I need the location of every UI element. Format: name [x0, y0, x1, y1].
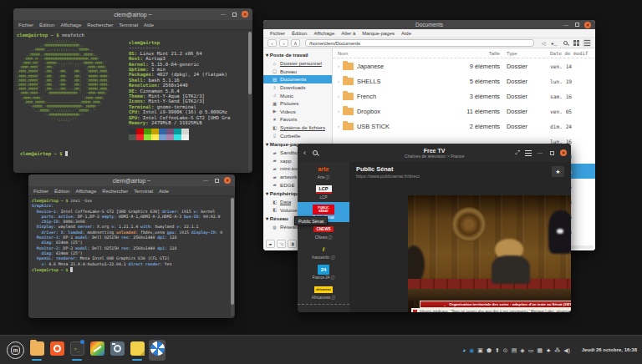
- sidebar-item-bureau[interactable]: ▢Bureau: [263, 68, 332, 76]
- channel-item-franceinfo-[interactable]: ifranceinfo: ⓘ: [298, 242, 349, 262]
- channel-item-arte[interactable]: arteArte ⓘ: [298, 162, 349, 182]
- terminal-window-neofetch[interactable]: clem@airtop ~ — ✕ FichierÉditionAffichag…: [13, 8, 252, 173]
- update-shield-icon[interactable]: ⬟: [487, 347, 492, 353]
- tv-headerbar[interactable]: ‹ Free TV Chaînes de télévision > France…: [298, 144, 571, 162]
- notes-applet-icon[interactable]: ▤: [512, 347, 517, 353]
- menu-item[interactable]: Édition: [39, 23, 54, 28]
- sidebar-item-syst-me-de-fichiers[interactable]: ◧Système de fichiers: [263, 124, 332, 132]
- channel-item-lcp[interactable]: LCPLCP: [298, 182, 349, 202]
- toggle-location-icon[interactable]: ◁: [539, 39, 548, 47]
- devices-toggle-icon[interactable]: ◨: [288, 240, 297, 248]
- menu-item[interactable]: Aide: [401, 31, 411, 36]
- menu-item[interactable]: Aide: [159, 189, 169, 194]
- menu-item[interactable]: Marque-pages: [362, 31, 395, 36]
- launcher-hypnotix[interactable]: [149, 340, 166, 361]
- channel-item-africanews[interactable]: africanewsAfricanews ⓘ: [298, 282, 349, 302]
- launcher-firefox[interactable]: [48, 340, 65, 361]
- expander-icon[interactable]: ›: [338, 78, 339, 83]
- minimize-icon[interactable]: —: [563, 22, 569, 28]
- close-icon[interactable]: ✕: [584, 22, 591, 28]
- menu-item[interactable]: Rechercher: [102, 189, 128, 194]
- close-icon[interactable]: ✕: [242, 11, 248, 18]
- favorite-star-button[interactable]: ★: [552, 166, 564, 177]
- sidebar-item-documents[interactable]: ▤Documents: [263, 75, 332, 83]
- launcher-drawing[interactable]: [89, 340, 105, 361]
- close-icon[interactable]: ✕: [224, 177, 231, 184]
- table-row[interactable]: ›Japanese9 élémentsDossierven. 14: [333, 58, 595, 73]
- column-type[interactable]: Type: [507, 51, 550, 56]
- menu-item[interactable]: Affichage: [313, 31, 334, 36]
- bluetooth-icon[interactable]: ◉: [469, 347, 474, 353]
- menu-item[interactable]: Aide: [144, 23, 154, 28]
- workspace-icon[interactable]: ▦: [537, 347, 543, 353]
- menu-item[interactable]: Fichier: [18, 23, 33, 28]
- sidebar-item-music[interactable]: ♫Music: [263, 91, 332, 99]
- upload-icon[interactable]: ⬆: [495, 347, 500, 353]
- tree-toggle-icon[interactable]: ⌥: [277, 240, 286, 248]
- sidebar-item-downloads[interactable]: ⇩Downloads: [263, 83, 332, 92]
- terminal-body[interactable]: clem@airtop ~ $ inxi -GxxGraphics: Devic…: [28, 196, 235, 318]
- messages-icon[interactable]: ◈: [520, 347, 524, 353]
- menu-item[interactable]: Aller à: [341, 31, 355, 36]
- location-icon[interactable]: ⊙: [503, 347, 508, 353]
- menu-item[interactable]: Terminal: [134, 189, 153, 194]
- menu-item[interactable]: Affichage: [75, 189, 96, 194]
- menu-item[interactable]: Affichage: [60, 23, 81, 28]
- terminal-icon[interactable]: ▸_: [550, 39, 558, 47]
- maximize-icon[interactable]: [231, 11, 237, 18]
- menu-item[interactable]: Fichier: [33, 189, 48, 194]
- table-row[interactable]: ›French3 élémentsDossiersam. 16: [333, 88, 595, 104]
- tv-player-window[interactable]: ‹ Free TV Chaînes de télévision > France…: [298, 144, 571, 312]
- menu-item[interactable]: Édition: [292, 31, 307, 36]
- maximize-icon[interactable]: [548, 149, 555, 156]
- expander-icon[interactable]: ›: [338, 124, 339, 129]
- sidebar-item-videos[interactable]: ▶Videos: [263, 108, 332, 116]
- terminal-titlebar[interactable]: clem@airtop ~ — ✕: [13, 8, 252, 20]
- sidebar-section-poste-de-travail[interactable]: ▾ Poste de travail: [263, 50, 332, 59]
- minimize-icon[interactable]: —: [202, 177, 209, 184]
- network-icon[interactable]: ⁂: [554, 347, 560, 353]
- maximize-icon[interactable]: [213, 177, 220, 184]
- channel-item-partial[interactable]: [298, 304, 349, 312]
- menu-item[interactable]: Terminal: [119, 23, 138, 28]
- forward-button[interactable]: ›: [279, 39, 288, 47]
- table-row[interactable]: ›SHELLS5 élémentsDossierlun. 19: [333, 73, 595, 88]
- column-date[interactable]: Date de modif: [550, 51, 595, 56]
- menu-item[interactable]: Rechercher: [87, 23, 113, 28]
- expander-icon[interactable]: ›: [338, 94, 339, 99]
- menu-icon[interactable]: [525, 150, 532, 156]
- close-icon[interactable]: ✕: [560, 149, 567, 156]
- sidebar-item-dossier-personnel[interactable]: ⌂Dossier personnel: [263, 59, 332, 68]
- minimize-icon[interactable]: —: [537, 149, 543, 156]
- minimize-icon[interactable]: —: [220, 11, 227, 18]
- fullscreen-icon[interactable]: ⤢: [515, 149, 520, 156]
- file-manager-titlebar[interactable]: Documents — ✕: [263, 20, 595, 29]
- clipboard-icon[interactable]: ▣: [477, 347, 483, 353]
- search-icon[interactable]: [313, 150, 318, 155]
- scrollbar[interactable]: [248, 32, 252, 171]
- mint-menu-button[interactable]: m: [7, 341, 24, 359]
- launcher-screenshot[interactable]: [109, 340, 125, 361]
- launcher-terminal[interactable]: >_: [69, 340, 85, 361]
- clock[interactable]: Jeudi 26 octobre, 16:38: [582, 336, 637, 364]
- channel-item-france-24[interactable]: 24France 24 ⓘ: [298, 262, 349, 282]
- table-row[interactable]: ›USB STICK2 élémentsDossierdim. 24: [333, 119, 595, 134]
- launcher-files[interactable]: [28, 340, 45, 361]
- menu-item[interactable]: Édition: [54, 189, 69, 194]
- back-icon[interactable]: ‹: [303, 149, 306, 157]
- icon-view-icon[interactable]: [572, 39, 580, 47]
- scrollbar[interactable]: [231, 198, 234, 316]
- maximize-icon[interactable]: [573, 22, 580, 28]
- menu-item[interactable]: Fichier: [270, 31, 285, 36]
- launcher-notes[interactable]: [129, 340, 145, 361]
- sidebar-item-favoris[interactable]: ★Favoris: [263, 115, 332, 124]
- terminal-titlebar[interactable]: clem@airtop ~ — ✕: [28, 174, 235, 186]
- expander-icon[interactable]: ›: [338, 63, 339, 68]
- places-toggle-icon[interactable]: ▰: [266, 240, 275, 248]
- column-size[interactable]: Taille: [456, 51, 507, 56]
- printer-icon[interactable]: ▭: [528, 347, 534, 353]
- expander-icon[interactable]: ›: [338, 109, 339, 114]
- search-icon[interactable]: [561, 39, 569, 47]
- terminal-window-inxi[interactable]: clem@airtop ~ — ✕ FichierÉditionAffichag…: [28, 174, 235, 318]
- table-row[interactable]: ›Dropbox11 élémentsDossierven. 05: [333, 104, 595, 119]
